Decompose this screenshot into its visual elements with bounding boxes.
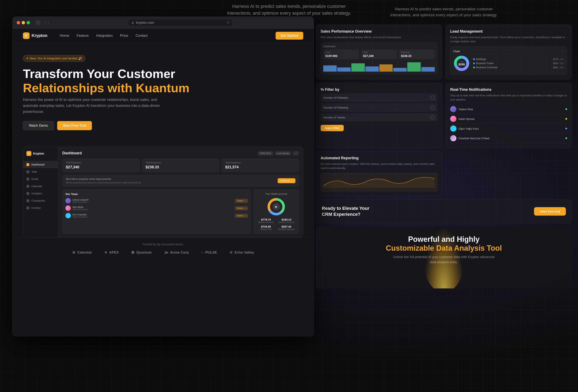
dash-nav-companies[interactable]: Companies — [23, 197, 58, 204]
brand-quantum: ❋ Quantum — [131, 250, 152, 255]
dash-nav-analytics[interactable]: Analytics — [23, 190, 58, 197]
orders-btn-3[interactable]: Orders → — [235, 214, 248, 218]
traffic-light-green[interactable] — [27, 21, 30, 24]
nav-integration[interactable]: Integration — [96, 34, 113, 38]
mini-stat-1: Sales $109 806 — [323, 49, 359, 59]
legend-val-2: $354 — [553, 62, 558, 65]
stat-label-1: Total Expenses — [66, 161, 136, 164]
stat-value-2: $238.33 — [145, 165, 216, 169]
dash-nav-task[interactable]: Task — [23, 168, 58, 175]
filter-submit-button[interactable]: Apply Filter — [321, 125, 344, 131]
stat-card-2: Total Expenses $238.33 — [142, 159, 219, 172]
filter-label-3: Number of Tweets — [324, 116, 345, 119]
notif-status-2 — [565, 118, 567, 120]
notif-item-3: Oğuz Yağız Kara — [450, 124, 567, 133]
notif-list: Vojtech Brat Adam Nyman Oğuz Yağız Kara … — [450, 104, 567, 143]
left-section: ‹ › 🔒 krypton.com ↻ K Krypton — [0, 0, 310, 392]
dash-nav-calendar[interactable]: Calendar — [23, 183, 58, 190]
member-info-1: Latoya Langosh Sales Developer — [72, 198, 233, 203]
watch-demo-button[interactable]: Watch Demo — [23, 121, 54, 130]
back-arrow[interactable]: ‹ — [44, 20, 46, 25]
bottom-subtitle: Unlock the full potential of your custom… — [392, 254, 495, 265]
member-role-3: Sales Developer — [72, 216, 233, 218]
notif-avatar-2 — [450, 116, 456, 122]
legend-val-1: $175 — [553, 58, 558, 60]
dash-nav-email[interactable]: Email — [23, 175, 58, 183]
traffic-light-red[interactable] — [17, 21, 20, 24]
stat-value-1: $27,340 — [66, 165, 136, 169]
filter-item-2[interactable]: Number of Following — [321, 103, 437, 112]
nav-price[interactable]: Price — [120, 34, 128, 38]
play-button[interactable]: ▶ — [273, 203, 280, 210]
legend-dot-1 — [473, 58, 475, 60]
notif-title: Real-Time Notifications — [450, 87, 567, 92]
member-avatar-1 — [65, 198, 71, 203]
sales-perf-title: Sales Performance Overview — [321, 29, 437, 34]
reporting-card: Automated Reporting No more manual repor… — [316, 151, 442, 196]
notif-avatar-4 — [450, 135, 456, 141]
address-bar[interactable]: 🔒 krypton.com ↻ — [129, 20, 232, 26]
lead-mgmt-title: Lead Management — [450, 29, 567, 34]
filter-item-3[interactable]: Number of Tweets — [321, 113, 437, 122]
apex-icon: ✦ — [104, 250, 107, 255]
dash-title: Dashboard — [62, 151, 82, 155]
chart-more[interactable]: ··· — [561, 49, 564, 53]
notif-name-4: Charlotte MacCaw O'Neel — [458, 137, 489, 140]
mini-bar-chart — [323, 61, 435, 72]
filter-label-1: Number of Followers — [324, 96, 348, 99]
reporting-visual — [321, 173, 437, 191]
browser-tab-icon[interactable] — [36, 20, 40, 25]
sales-perf-desc: Rich data visualizations that display ef… — [321, 35, 437, 40]
donut-chart: Total $299 — [453, 55, 470, 72]
dash-pill-more[interactable]: ··· — [293, 151, 299, 155]
pulse-icon: ⏤ — [201, 250, 204, 255]
notif-status-1 — [565, 108, 567, 110]
legend-label-3: Business Commute — [476, 66, 553, 69]
team-title: Our Team — [65, 192, 78, 196]
forward-arrow[interactable]: › — [48, 20, 49, 25]
quantum-icon: ❋ — [131, 250, 135, 255]
filter-label-2: Number of Following — [324, 106, 348, 109]
cta-text-block: Ready to Elevate Your CRM Experience? — [322, 206, 369, 217]
filter-title: % Filter by — [321, 87, 437, 92]
bar-5 — [380, 64, 393, 72]
legend-3: Business Commute $891 26% — [473, 66, 564, 69]
continue-button[interactable]: Continue → — [278, 178, 295, 183]
notif-name-2: Adam Nyman — [458, 117, 475, 121]
logo-name: Krypton — [32, 33, 48, 38]
nav-feature[interactable]: Feature — [77, 34, 89, 38]
donut-total-label: Total — [458, 61, 465, 63]
notif-item-1: Vojtech Brat — [450, 104, 567, 114]
stat-label-2: Total Expenses — [145, 161, 216, 164]
dash-nav-contact[interactable]: Contact — [23, 204, 58, 212]
cta-start-button[interactable]: Start free trial — [534, 207, 566, 216]
wallet-card: Your Wallet account ▶ — [253, 189, 299, 234]
brand-echo: ✕ Echo Valley — [229, 250, 254, 255]
hero-title-line2: Relationships with Kuantum — [23, 81, 190, 95]
stat-value-3: $21,574 — [225, 165, 295, 169]
dash-pill-1: ATBS BCO — [258, 151, 273, 155]
team-more[interactable]: ··· — [246, 193, 248, 196]
suggestion-title: We'd like to propose some improvements — [66, 178, 141, 180]
stat-label-3: Total Expenses — [225, 161, 295, 164]
filter-item-1[interactable]: Number of Followers — [321, 93, 437, 102]
nav-contact[interactable]: Contact — [136, 34, 148, 38]
team-member-1: Latoya Langosh Sales Developer Orders → — [65, 198, 248, 203]
nav-home[interactable]: Home — [60, 34, 69, 38]
filter-circle-3 — [431, 115, 434, 120]
orders-btn-1[interactable]: Orders → — [235, 199, 248, 203]
refresh-button[interactable]: ↻ — [227, 21, 230, 25]
site-nav: K Krypton Home Feature Integration Price… — [13, 29, 314, 43]
address-text: krypton.com — [136, 21, 154, 25]
notif-item-2: Adam Nyman — [450, 114, 567, 124]
member-role-2: Sales Developer — [72, 208, 233, 211]
dash-nav-dashboard[interactable]: Dashboard — [23, 161, 58, 168]
orders-btn-2[interactable]: Orders → — [235, 206, 248, 210]
lead-mgmt-card: Lead Management Easily organize and trac… — [445, 25, 572, 80]
start-trial-button[interactable]: Start Free Trial — [57, 121, 92, 130]
site-nav-links: Home Feature Integration Price Contact — [60, 34, 148, 38]
traffic-light-yellow[interactable] — [22, 21, 25, 24]
nav-cta-button[interactable]: Get Started — [276, 32, 303, 40]
stat-card-1: Total Expenses $27,340 — [62, 159, 140, 172]
legend-pct-2: 23% — [559, 62, 564, 65]
